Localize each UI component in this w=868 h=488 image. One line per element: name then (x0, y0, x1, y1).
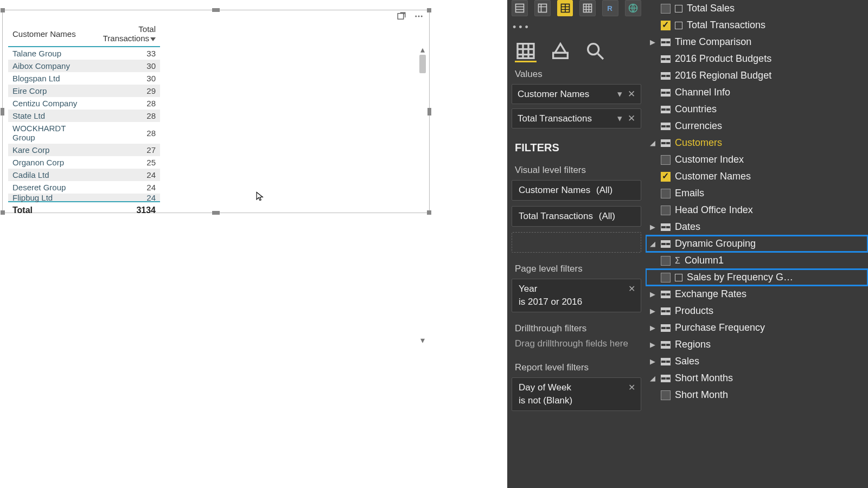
resize-handle-tl[interactable] (1, 8, 5, 12)
scroll-up-icon[interactable]: ▴ (418, 45, 427, 54)
remove-field-icon[interactable]: ✕ (628, 88, 635, 100)
field-total-transactions[interactable]: Total Transactions (646, 17, 868, 34)
table-row[interactable]: WOCKHARDT Group28 (8, 122, 160, 144)
field-customer-index[interactable]: Customer Index (646, 151, 868, 168)
resize-handle-top[interactable] (212, 8, 220, 12)
viz-more-icon[interactable]: • • • (507, 20, 646, 35)
drillthrough-hint[interactable]: Drag drillthrough fields here (507, 338, 646, 357)
format-tool-row (507, 35, 646, 63)
scroll-thumb[interactable] (419, 55, 426, 73)
expand-icon[interactable]: ▶ (649, 324, 656, 332)
table-regions[interactable]: ▶Regions (646, 336, 868, 353)
column-header-total-transactions[interactable]: Total Transactions (87, 22, 160, 47)
expand-icon[interactable]: ▶ (649, 290, 656, 298)
value-field-total-transactions[interactable]: Total Transactions ▾✕ (512, 108, 641, 129)
table-purchase-frequency[interactable]: ▶Purchase Frequency (646, 319, 868, 336)
more-options-icon[interactable] (414, 11, 424, 21)
table-countries[interactable]: Countries (646, 101, 868, 118)
analytics-tab-icon[interactable] (584, 41, 606, 62)
table-products[interactable]: ▶Products (646, 303, 868, 319)
checkbox-checked-icon[interactable] (661, 21, 671, 30)
expand-icon[interactable]: ▶ (649, 38, 656, 46)
field-total-sales[interactable]: Total Sales (646, 0, 868, 17)
expand-icon[interactable]: ▶ (649, 357, 656, 365)
field-customer-names[interactable]: Customer Names (646, 168, 868, 185)
svg-point-12 (588, 43, 599, 54)
table-channel-info[interactable]: Channel Info (646, 84, 868, 101)
checkbox-icon[interactable] (661, 155, 671, 165)
field-sales-by-frequency-group[interactable]: Sales by Frequency G… (646, 269, 868, 286)
table-exchange-rates[interactable]: ▶Exchange Rates (646, 286, 868, 303)
table-icon (661, 324, 671, 332)
viz-r-icon[interactable]: R (602, 0, 618, 16)
remove-field-icon[interactable]: ✕ (628, 113, 635, 124)
field-emails[interactable]: Emails (646, 185, 868, 202)
table-time-comparison[interactable]: ▶Time Comparison (646, 34, 868, 50)
remove-filter-icon[interactable]: ✕ (628, 284, 635, 294)
remove-filter-icon[interactable]: ✕ (628, 382, 635, 393)
table-row[interactable]: State Ltd28 (8, 110, 160, 122)
viz-matrix2-icon[interactable] (579, 0, 596, 16)
table-row[interactable]: Flipbug Ltd24 (8, 194, 160, 202)
chevron-down-icon[interactable]: ▾ (617, 113, 622, 124)
table-customers[interactable]: ◢Customers (646, 134, 868, 151)
table-row[interactable]: Cadila Ltd24 (8, 169, 160, 181)
viz-matrix-icon[interactable] (534, 0, 551, 16)
viz-globe-icon[interactable] (625, 0, 641, 16)
chevron-down-icon[interactable]: ▾ (617, 88, 622, 100)
format-tab-icon[interactable] (550, 41, 571, 62)
checkbox-icon[interactable] (661, 256, 671, 266)
focus-mode-icon[interactable] (397, 11, 406, 21)
table-row[interactable]: Deseret Group24 (8, 181, 160, 194)
table-row[interactable]: Centizu Company28 (8, 97, 160, 110)
scroll-track[interactable] (418, 54, 427, 199)
field-column1[interactable]: ΣColumn1 (646, 252, 868, 269)
collapse-icon[interactable]: ◢ (649, 139, 656, 147)
viz-table-icon[interactable] (512, 0, 528, 16)
table-sales[interactable]: ▶Sales (646, 353, 868, 370)
table-row[interactable]: Blogspan Ltd30 (8, 72, 160, 85)
visual-filter-total-transactions[interactable]: Total Transactions (All) (512, 206, 641, 227)
field-short-month[interactable]: Short Month (646, 387, 868, 403)
collapse-icon[interactable]: ◢ (649, 374, 656, 382)
table-row[interactable]: Talane Group33 (8, 47, 160, 60)
filter-name: Day of Week (519, 382, 634, 393)
expand-icon[interactable]: ▶ (649, 341, 656, 349)
table-dynamic-grouping[interactable]: ◢Dynamic Grouping (646, 235, 868, 252)
checkbox-icon[interactable] (661, 390, 671, 400)
visual-filter-dropzone[interactable] (512, 232, 641, 253)
checkbox-icon[interactable] (661, 273, 671, 282)
table-2016-product-budgets[interactable]: 2016 Product Budgets (646, 50, 868, 67)
viz-table-selected-icon[interactable] (557, 0, 573, 16)
table-label: Regions (675, 339, 711, 350)
checkbox-checked-icon[interactable] (661, 172, 671, 182)
expand-icon[interactable]: ▶ (649, 307, 656, 315)
cell-customer-name: Kare Corp (8, 144, 87, 156)
table-2016-regional-budget[interactable]: 2016 Regional Budget (646, 67, 868, 84)
collapse-icon[interactable]: ◢ (649, 240, 656, 248)
table-short-months[interactable]: ◢Short Months (646, 370, 868, 387)
table-row[interactable]: Kare Corp27 (8, 144, 160, 156)
value-field-customer-names[interactable]: Customer Names ▾✕ (512, 84, 641, 104)
column-header-customer-names[interactable]: Customer Names (8, 22, 87, 47)
sort-desc-icon (150, 37, 156, 41)
field-head-office-index[interactable]: Head Office Index (646, 202, 868, 219)
table-scrollbar[interactable]: ▴ ▾ (418, 45, 427, 208)
visual-filter-customer-names[interactable]: Customer Names (All) (512, 180, 641, 201)
table-currencies[interactable]: Currencies (646, 118, 868, 134)
report-filter-day-of-week[interactable]: ✕ Day of Week is not (Blank) (512, 377, 641, 411)
checkbox-icon[interactable] (661, 189, 671, 198)
table-row[interactable]: Eire Corp29 (8, 85, 160, 97)
fields-tab-icon[interactable] (515, 41, 537, 62)
resize-handle-tr[interactable] (427, 8, 431, 12)
report-canvas[interactable]: Customer Names Total Transactions Talane… (0, 0, 507, 488)
checkbox-icon[interactable] (661, 206, 671, 215)
page-filter-year[interactable]: ✕ Year is 2017 or 2016 (512, 279, 641, 312)
scroll-down-icon[interactable]: ▾ (418, 336, 427, 344)
table-dates[interactable]: ▶Dates (646, 219, 868, 235)
table-row[interactable]: Organon Corp25 (8, 156, 160, 169)
checkbox-icon[interactable] (661, 4, 671, 14)
expand-icon[interactable]: ▶ (649, 223, 656, 231)
table-visual-frame[interactable]: Customer Names Total Transactions Talane… (2, 10, 430, 213)
table-row[interactable]: Aibox Company30 (8, 60, 160, 72)
